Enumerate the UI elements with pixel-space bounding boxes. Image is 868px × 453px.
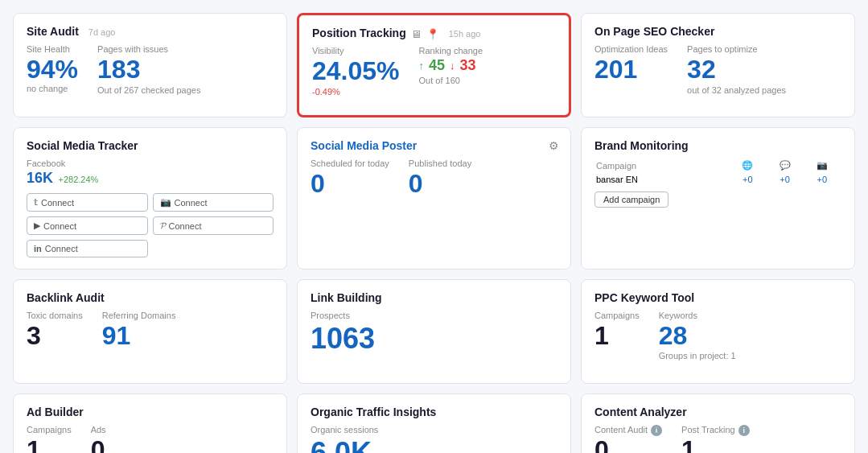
on-page-seo-card: On Page SEO Checker Optimization Ideas 2… [581, 13, 855, 117]
ad-builder-card: Ad Builder Campaigns 1 Ads 0 [13, 393, 287, 453]
link-building-card: Link Building Prospects 1063 [297, 279, 571, 384]
linkedin-connect-label: Connect [45, 244, 78, 253]
gear-icon[interactable]: ⚙ [549, 139, 559, 152]
ppc-campaigns-label: Campaigns [594, 311, 640, 320]
bm-col-comment-icon: 💬 [767, 160, 803, 172]
site-health-sub: no change [27, 84, 78, 93]
referring-domains-value: 91 [102, 322, 176, 350]
instagram-connect-label: Connect [175, 198, 208, 208]
bm-comment-value: +0 [767, 174, 803, 185]
add-campaign-button[interactable]: Add campaign [594, 191, 668, 208]
ranking-change-label: Ranking change [419, 46, 483, 56]
rank-down-value: 33 [460, 57, 476, 74]
prospects-label: Prospects [311, 311, 557, 320]
backlink-audit-card: Backlink Audit Toxic domains 3 Referring… [13, 279, 287, 384]
content-audit-value: 0 [594, 436, 662, 453]
pinterest-connect-button[interactable]: 𝓟 Connect [153, 216, 274, 235]
smt-value: 16K [27, 170, 53, 186]
ad-builder-title: Ad Builder [27, 406, 84, 418]
pinterest-icon: 𝓟 [160, 220, 166, 231]
pages-to-opt-sub: out of 32 analyzed pages [687, 85, 786, 95]
bm-photo-value: +0 [804, 174, 840, 185]
referring-domains-label: Referring Domains [102, 311, 176, 320]
site-audit-title: Site Audit [27, 25, 79, 38]
youtube-connect-button[interactable]: ▶ Connect [27, 216, 148, 235]
rank-up-value: 45 [429, 57, 445, 74]
opt-ideas-label: Optimization Ideas [594, 44, 668, 54]
visibility-value: 24.05% [312, 57, 400, 85]
site-health-value: 94% [27, 56, 78, 84]
site-audit-card: Site Audit 7d ago Site Health 94% no cha… [13, 13, 287, 117]
content-audit-info-icon[interactable]: i [651, 425, 662, 436]
published-label: Published today [409, 159, 471, 168]
ppc-title: PPC Keyword Tool [594, 291, 694, 304]
linkedin-connect-button[interactable]: in Connect [27, 240, 148, 257]
ad-campaigns-label: Campaigns [27, 425, 72, 434]
instagram-connect-button[interactable]: 📷 Connect [153, 193, 274, 212]
pages-issues-label: Pages with issues [97, 44, 200, 54]
desktop-icon: 🖥 [411, 28, 422, 40]
social-media-poster-card: ⚙ Social Media Poster Scheduled for toda… [297, 127, 571, 270]
ad-campaigns-value: 1 [27, 436, 72, 453]
youtube-connect-label: Connect [43, 221, 76, 231]
brand-monitoring-card: Brand Monitoring Campaign 🌐 💬 📷 bansar E… [581, 127, 855, 270]
twitter-icon: 𝕥 [34, 197, 38, 208]
smt-platform: Facebook [27, 159, 274, 168]
published-value: 0 [409, 170, 471, 198]
pinterest-connect-label: Connect [169, 221, 202, 231]
ads-value: 0 [91, 436, 106, 453]
toxic-domains-label: Toxic domains [27, 311, 83, 320]
backlink-audit-title: Backlink Audit [27, 291, 105, 304]
scheduled-value: 0 [311, 170, 389, 198]
position-tracking-time: 15h ago [449, 29, 481, 39]
play-icon: ▶ [34, 220, 40, 231]
instagram-icon: 📷 [160, 197, 171, 208]
ppc-keywords-label: Keywords [659, 311, 736, 320]
smt-change: +282.24% [58, 175, 98, 184]
prospects-value: 1063 [311, 322, 557, 356]
pages-issues-sub: Out of 267 checked pages [97, 85, 200, 95]
link-building-title: Link Building [311, 291, 382, 304]
ppc-keywords-value: 28 [659, 322, 736, 350]
bm-col-web-icon: 🌐 [730, 160, 765, 172]
on-page-seo-title: On Page SEO Checker [594, 25, 714, 38]
bm-col-photo-icon: 📷 [804, 160, 840, 172]
pages-to-opt-label: Pages to optimize [687, 44, 786, 54]
location-icon: 📍 [426, 28, 439, 40]
ppc-groups-sub: Groups in project: 1 [659, 351, 736, 360]
twitter-connect-button[interactable]: 𝕥 Connect [27, 193, 148, 212]
twitter-connect-label: Connect [41, 198, 74, 208]
scheduled-label: Scheduled for today [311, 159, 389, 168]
bm-row-bansar: bansar EN +0 +0 +0 [596, 174, 840, 185]
rank-sub: Out of 160 [419, 76, 483, 85]
post-tracking-info-icon[interactable]: i [738, 425, 750, 436]
pages-to-opt-value: 32 [687, 56, 786, 84]
organic-traffic-card: Organic Traffic Insights Organic session… [297, 393, 571, 453]
visibility-label: Visibility [312, 46, 400, 56]
site-health-label: Site Health [27, 44, 78, 54]
organic-sessions-label: Organic sessions [311, 425, 557, 434]
position-tracking-title: Position Tracking [312, 27, 406, 39]
content-audit-label: Content Audit [594, 425, 648, 434]
ppc-campaigns-value: 1 [594, 322, 640, 350]
post-tracking-label: Post Tracking [681, 425, 735, 434]
smt-title: Social Media Tracker [27, 139, 138, 152]
bm-col-campaign: Campaign [596, 160, 728, 172]
social-media-tracker-card: Social Media Tracker Facebook 16K +282.2… [13, 127, 287, 270]
content-analyzer-title: Content Analyzer [594, 406, 687, 418]
down-arrow-icon: ↓ [450, 60, 455, 72]
content-analyzer-card: Content Analyzer Content Audit i 0 Post … [581, 393, 855, 453]
organic-traffic-title: Organic Traffic Insights [311, 406, 436, 418]
toxic-domains-value: 3 [27, 322, 83, 350]
opt-ideas-value: 201 [594, 56, 668, 84]
bm-campaign-name: bansar EN [596, 174, 728, 185]
linkedin-icon: in [34, 244, 42, 253]
position-tracking-card: Position Tracking 🖥 📍 15h ago Visibility… [297, 13, 571, 117]
visibility-sub: -0.49% [312, 87, 400, 97]
ads-label: Ads [91, 425, 106, 434]
bm-web-value: +0 [730, 174, 765, 185]
up-arrow-icon: ↑ [419, 60, 425, 72]
smp-title[interactable]: Social Media Poster [311, 139, 417, 152]
pages-issues-value: 183 [97, 56, 200, 84]
bm-title: Brand Monitoring [594, 139, 689, 152]
